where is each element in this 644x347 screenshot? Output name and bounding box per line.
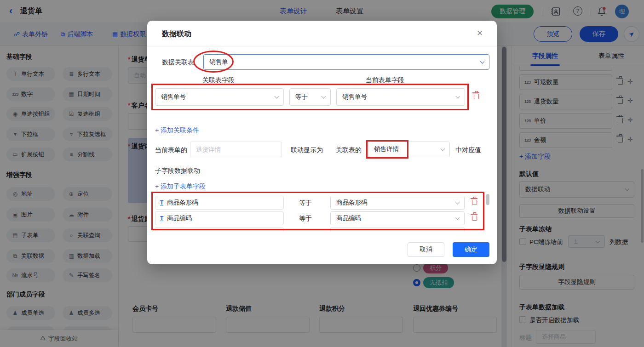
chevron-down-icon <box>441 147 445 151</box>
cancel-button[interactable]: 取消 <box>408 242 444 257</box>
condition-right-select[interactable]: 销售单号 <box>336 88 465 106</box>
subfield-row-partial[interactable] <box>330 227 465 231</box>
link-table-select[interactable]: 销售单 <box>203 54 489 70</box>
delete-subfield-icon[interactable] <box>472 200 477 205</box>
display-suffix-label: 中对应值 <box>455 146 481 154</box>
delete-condition-icon[interactable] <box>474 94 479 99</box>
subfield-operator: 等于 <box>299 215 312 223</box>
condition-operator-select[interactable]: 等于 <box>289 88 331 106</box>
table-prefix-label: 关联表的 <box>336 146 362 154</box>
divider <box>147 46 497 46</box>
subfield-value-select[interactable]: 商品编码 <box>330 211 465 225</box>
subfield-operator: 等于 <box>299 199 312 207</box>
text-field-icon: T <box>160 199 163 206</box>
subfield-row-field[interactable]: T商品编码 <box>155 211 284 225</box>
linked-table-field-header: 关联表字段 <box>202 76 235 85</box>
chevron-down-icon <box>322 94 326 99</box>
display-field-input[interactable] <box>190 142 282 157</box>
link-table-label: 数据关联表 <box>162 58 194 67</box>
close-icon[interactable]: ✕ <box>477 28 483 38</box>
app-root: ‹ 退货单 表单设计 表单设置 数据管理 ? 理 ☍表单外链 ⧉后端脚本 ▦数据… <box>0 0 644 347</box>
delete-subfield-icon[interactable] <box>472 216 477 221</box>
display-prefix-label: 当前表单的 <box>155 146 187 154</box>
data-linkage-dialog: 数据联动 ✕ 数据关联表 销售单 关联表字段 当前表单字段 销售单号 等于 销售… <box>147 21 497 264</box>
dialog-title: 数据联动 <box>162 29 191 39</box>
subfield-row-field[interactable]: T商品条形码 <box>155 196 284 210</box>
add-condition-link[interactable]: + 添加关联条件 <box>155 126 199 135</box>
modal-scrollbar-thumb[interactable] <box>486 194 489 205</box>
display-middle-label: 联动显示为 <box>291 146 323 154</box>
condition-left-select[interactable]: 销售单号 <box>155 88 284 106</box>
subfield-value-select[interactable]: 商品条形码 <box>330 196 465 210</box>
chevron-down-icon <box>480 59 485 64</box>
chevron-down-icon <box>455 200 460 205</box>
chevron-down-icon <box>456 94 460 99</box>
current-form-field-header: 当前表单字段 <box>366 76 404 85</box>
confirm-button[interactable]: 确定 <box>453 242 489 257</box>
subfield-row-partial[interactable] <box>155 227 284 231</box>
subfield-linkage-title: 子字段数据联动 <box>155 167 200 175</box>
add-subfield-link[interactable]: + 添加子表单字段 <box>155 182 206 191</box>
chevron-down-icon <box>275 94 279 99</box>
display-table-field-select[interactable]: 销售详情 <box>368 142 450 157</box>
text-field-icon: T <box>160 215 163 222</box>
chevron-down-icon <box>455 216 460 220</box>
